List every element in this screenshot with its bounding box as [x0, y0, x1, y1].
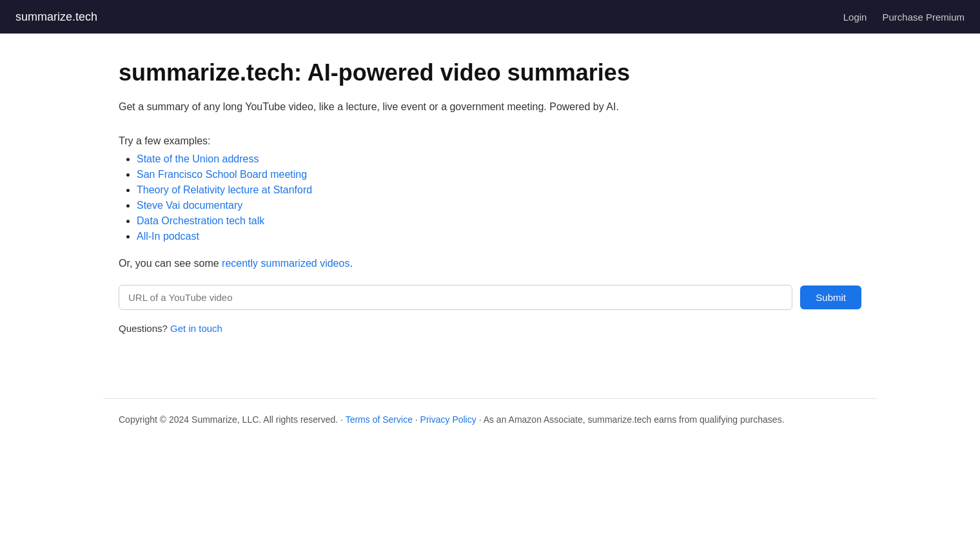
example-link-6[interactable]: All-In podcast [137, 231, 199, 242]
or-text-prefix: Or, you can see some [119, 258, 219, 269]
list-item: All-In podcast [137, 231, 861, 242]
questions-prefix: Questions? [119, 323, 168, 334]
questions-text: Questions? Get in touch [119, 323, 861, 334]
list-item: Steve Vai documentary [137, 200, 861, 211]
or-text: Or, you can see some recently summarized… [119, 258, 861, 269]
submit-button[interactable]: Submit [800, 285, 861, 309]
recently-summarized-link[interactable]: recently summarized videos [222, 258, 349, 269]
footer-copyright: Copyright © 2024 Summarize, LLC. All rig… [119, 414, 343, 425]
example-link-4[interactable]: Steve Vai documentary [137, 200, 242, 211]
list-item: State of the Union address [137, 153, 861, 165]
footer-separator-2: · [479, 414, 482, 425]
site-header: summarize.tech Login Purchase Premium [0, 0, 980, 34]
purchase-premium-link[interactable]: Purchase Premium [882, 12, 965, 23]
subtitle-text: Get a summary of any long YouTube video,… [119, 99, 861, 115]
get-in-touch-link[interactable]: Get in touch [170, 323, 222, 334]
examples-list: State of the Union address San Francisco… [119, 153, 861, 242]
site-footer: Copyright © 2024 Summarize, LLC. All rig… [103, 398, 877, 440]
examples-label: Try a few examples: [119, 135, 861, 147]
page-title: summarize.tech: AI-powered video summari… [119, 59, 861, 86]
terms-of-service-link[interactable]: Terms of Service [346, 414, 413, 425]
privacy-policy-link[interactable]: Privacy Policy [420, 414, 476, 425]
footer-separator-1: · [415, 414, 418, 425]
example-link-2[interactable]: San Francisco School Board meeting [137, 169, 307, 180]
url-input[interactable] [119, 285, 792, 310]
header-nav: Login Purchase Premium [843, 12, 965, 23]
footer-amazon-text: As an Amazon Associate, summarize.tech e… [484, 414, 785, 425]
example-link-1[interactable]: State of the Union address [137, 153, 259, 164]
login-link[interactable]: Login [843, 12, 867, 23]
list-item: Theory of Relativity lecture at Stanford [137, 184, 861, 196]
example-link-3[interactable]: Theory of Relativity lecture at Stanford [137, 184, 312, 195]
url-form: Submit [119, 285, 861, 310]
site-logo[interactable]: summarize.tech [15, 10, 97, 24]
main-content: summarize.tech: AI-powered video summari… [103, 34, 877, 398]
or-text-suffix: . [349, 258, 352, 269]
list-item: Data Orchestration tech talk [137, 215, 861, 227]
example-link-5[interactable]: Data Orchestration tech talk [137, 215, 264, 226]
list-item: San Francisco School Board meeting [137, 169, 861, 180]
